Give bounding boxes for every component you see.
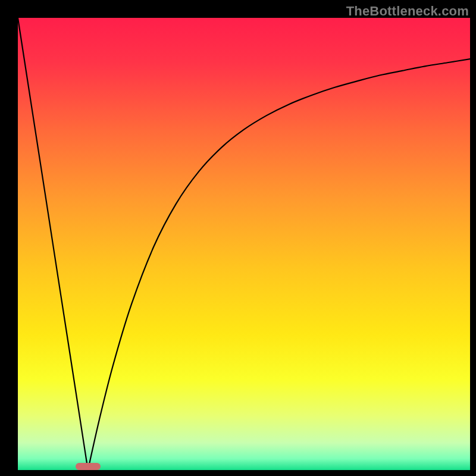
chart-frame: TheBottleneck.com <box>0 0 476 476</box>
bottleneck-curve <box>18 18 470 470</box>
plot-area <box>18 18 470 470</box>
watermark-text: TheBottleneck.com <box>346 4 469 19</box>
optimal-range-marker <box>76 463 101 470</box>
